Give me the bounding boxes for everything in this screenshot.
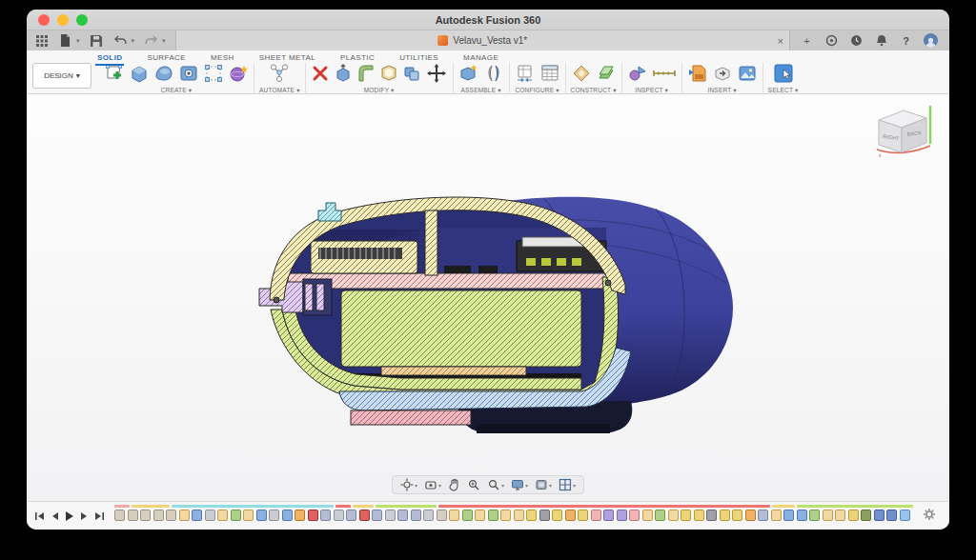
- extrude-icon[interactable]: [129, 63, 150, 84]
- timeline-feature-icon[interactable]: [243, 510, 254, 521]
- timeline-step-back-button[interactable]: [51, 511, 59, 521]
- timeline-group-bar[interactable]: [114, 505, 130, 508]
- group-label-construct[interactable]: CONSTRUCT ▾: [571, 87, 617, 94]
- create-form-icon[interactable]: [228, 63, 249, 84]
- construct-plane-icon[interactable]: [571, 63, 592, 84]
- timeline-play-button[interactable]: [65, 510, 74, 522]
- timeline-feature-icon[interactable]: [629, 510, 640, 521]
- model-section-view[interactable]: [257, 188, 745, 437]
- pattern-icon[interactable]: [203, 63, 224, 84]
- workspace-switcher[interactable]: DESIGN ▾: [32, 63, 92, 89]
- timeline-feature-icon[interactable]: [475, 510, 485, 521]
- timeline-group-bar[interactable]: [172, 505, 334, 508]
- timeline-feature-icon[interactable]: [269, 510, 279, 521]
- configuration-icon[interactable]: [515, 63, 536, 84]
- timeline-group-bar[interactable]: [353, 505, 374, 508]
- timeline-feature-icon[interactable]: [140, 510, 151, 521]
- grid-layout-icon[interactable]: ▾: [559, 478, 576, 491]
- timeline-feature-icon[interactable]: [681, 510, 691, 521]
- save-icon[interactable]: [90, 33, 104, 48]
- section-connector[interactable]: [311, 241, 417, 273]
- display-settings-icon[interactable]: ▾: [511, 478, 528, 491]
- timeline-feature-icon[interactable]: [617, 510, 627, 521]
- timeline-feature-icon[interactable]: [732, 510, 742, 521]
- timeline-feature-icon[interactable]: [603, 510, 614, 521]
- ribbon-tab-manage[interactable]: MANAGE: [461, 52, 500, 66]
- timeline-feature-icon[interactable]: [668, 510, 679, 521]
- group-label-assemble[interactable]: ASSEMBLE ▾: [461, 87, 501, 94]
- timeline-feature-icon[interactable]: [771, 510, 782, 521]
- job-status-icon[interactable]: [849, 33, 864, 48]
- ribbon-tab-plastic[interactable]: PLASTIC: [338, 52, 376, 66]
- timeline-feature-icon[interactable]: [745, 510, 756, 521]
- section-adhesive-strip[interactable]: [381, 367, 526, 375]
- ribbon-tab-solid[interactable]: SOLID: [95, 52, 124, 66]
- group-label-automate[interactable]: AUTOMATE ▾: [259, 87, 300, 94]
- pan-icon[interactable]: [448, 478, 460, 491]
- ribbon-tab-mesh[interactable]: MESH: [209, 52, 236, 66]
- derive-icon[interactable]: [712, 63, 733, 84]
- timeline-feature-icon[interactable]: [295, 510, 305, 521]
- combine-icon[interactable]: [402, 63, 421, 84]
- fillet-icon[interactable]: [356, 63, 376, 84]
- group-label-inspect[interactable]: INSPECT ▾: [635, 87, 668, 94]
- file-menu-icon[interactable]: [58, 33, 72, 48]
- timeline-feature-icon[interactable]: [797, 510, 807, 521]
- timeline-feature-icon[interactable]: [565, 510, 576, 521]
- look-at-icon[interactable]: ▾: [424, 478, 441, 491]
- fit-icon[interactable]: ▾: [487, 478, 504, 491]
- timeline-feature-icon[interactable]: [900, 510, 910, 521]
- help-icon[interactable]: ?: [899, 33, 913, 48]
- timeline-feature-icon[interactable]: [423, 510, 434, 521]
- create-sketch-icon[interactable]: [104, 63, 125, 84]
- timeline-settings-gear[interactable]: [923, 508, 936, 525]
- delete-icon[interactable]: [311, 64, 330, 83]
- shell-icon[interactable]: [379, 63, 398, 84]
- timeline-feature-icon[interactable]: [231, 510, 241, 521]
- timeline-feature-icon[interactable]: [578, 510, 588, 521]
- measure-icon[interactable]: [627, 63, 648, 84]
- timeline-feature-icon[interactable]: [449, 510, 459, 521]
- close-window-button[interactable]: [38, 14, 50, 26]
- timeline-group-bar[interactable]: [336, 505, 351, 508]
- section-gasket[interactable]: [351, 410, 471, 425]
- timeline-group-bar[interactable]: [772, 505, 795, 508]
- timeline-feature-icon[interactable]: [706, 510, 717, 521]
- timeline-feature-icon[interactable]: [835, 510, 845, 521]
- decal-icon[interactable]: [737, 63, 758, 84]
- minimize-window-button[interactable]: [57, 14, 69, 26]
- group-label-insert[interactable]: INSERT ▾: [707, 87, 736, 94]
- timeline-feature-icon[interactable]: [397, 510, 408, 521]
- timeline-group-bar[interactable]: [438, 505, 770, 508]
- group-label-select[interactable]: SELECT ▾: [768, 87, 799, 94]
- section-clip[interactable]: [318, 203, 341, 221]
- timeline-group-bar[interactable]: [797, 505, 913, 508]
- timeline-go-end-button[interactable]: [94, 511, 105, 521]
- timeline-feature-icon[interactable]: [514, 510, 524, 521]
- timeline-feature-icon[interactable]: [655, 510, 665, 521]
- undo-icon[interactable]: [113, 33, 128, 48]
- ribbon-tab-utilities[interactable]: UTILITIES: [397, 52, 440, 66]
- timeline-go-start-button[interactable]: [34, 511, 45, 521]
- timeline-feature-icon[interactable]: [166, 510, 176, 521]
- automate-icon[interactable]: [267, 63, 292, 84]
- timeline-group-bar[interactable]: [132, 505, 170, 508]
- timeline-feature-icon[interactable]: [488, 510, 498, 521]
- document-tab[interactable]: Velavu_Vesta v1* ×: [175, 30, 790, 50]
- timeline-feature-icon[interactable]: [886, 510, 897, 521]
- model-viewport[interactable]: x RIGHT BACK: [27, 94, 949, 501]
- timeline-feature-icon[interactable]: [385, 510, 396, 521]
- timeline-feature-icon[interactable]: [128, 510, 138, 521]
- group-label-modify[interactable]: MODIFY ▾: [364, 87, 395, 94]
- timeline-feature-icon[interactable]: [114, 510, 125, 521]
- timeline-strip[interactable]: [114, 505, 917, 528]
- effects-icon[interactable]: ▾: [535, 478, 552, 491]
- ribbon-tab-sheet-metal[interactable]: SHEET METAL: [257, 52, 317, 66]
- timeline-feature-icon[interactable]: [334, 510, 344, 521]
- timeline-feature-icon[interactable]: [282, 510, 293, 521]
- section-battery[interactable]: [341, 290, 581, 367]
- timeline-feature-icon[interactable]: [308, 510, 318, 521]
- timeline-step-forward-button[interactable]: [80, 511, 89, 521]
- redo-icon[interactable]: [144, 33, 158, 48]
- timeline-feature-icon[interactable]: [192, 510, 202, 521]
